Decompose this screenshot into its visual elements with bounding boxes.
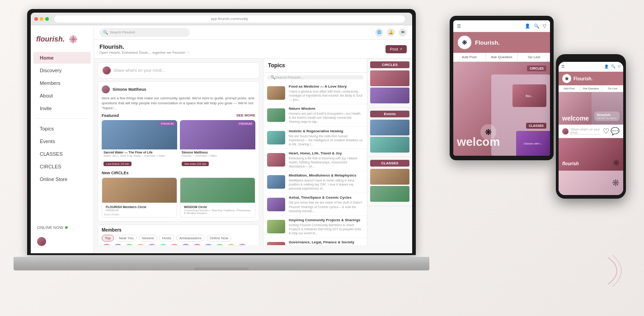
member-filter-hosts[interactable]: Hosts xyxy=(159,235,174,242)
share-box[interactable]: Share what's on your mind… xyxy=(98,62,259,79)
sidebar-item-circles[interactable]: CIRCLES xyxy=(33,161,91,172)
messages-icon[interactable]: ✉ xyxy=(399,28,407,37)
member-avatar[interactable] xyxy=(226,244,236,245)
feat-card-2-cta[interactable]: See video (20 Up) xyxy=(182,162,209,166)
sidebar-item-online-store[interactable]: Online Store xyxy=(33,173,91,185)
tablet-add-post-btn[interactable]: Add Post xyxy=(453,53,486,61)
topic-item-8[interactable]: Governance, Legal, Finance & Society As … xyxy=(263,238,367,245)
feat-card-1-cta[interactable]: Last Active: 20 min xyxy=(103,162,132,166)
phone-post-input[interactable]: Share what's on your mind... ♡ 💬 xyxy=(559,125,623,138)
member-filter-online[interactable]: Online Now xyxy=(207,235,231,242)
topic-item-4[interactable]: Heart, Home, Life, Travel & Joy Embracin… xyxy=(263,149,367,171)
post-button-label: Post xyxy=(390,47,398,51)
feat-card-2-badge: PREMIUM xyxy=(237,122,254,125)
phone-heart-icon[interactable]: ♡ xyxy=(603,127,609,135)
tablet-filter-icon[interactable]: ▽ xyxy=(543,23,546,28)
member-avatar[interactable] xyxy=(192,244,202,245)
phone-ask-question-btn[interactable]: Ask Question xyxy=(580,85,602,92)
phone-content-image-2[interactable]: ❋ xyxy=(559,171,623,195)
circle-card-1[interactable]: FLOURISH Members Circle PREMIUM Event Re… xyxy=(102,177,177,218)
browser-address-bar[interactable]: app.flourish.community xyxy=(54,15,405,23)
topic-1-info: Food as Medicine — A Love Story I have a… xyxy=(289,84,363,102)
sidebar-item-members[interactable]: Members xyxy=(33,77,91,89)
browser-minimize-dot[interactable] xyxy=(40,17,43,21)
phone-welcome-text: welcome xyxy=(559,115,592,125)
notifications-icon[interactable]: 🔔 xyxy=(387,28,395,37)
phone-user-icon[interactable]: 👤 xyxy=(604,65,609,69)
topic-item-5[interactable]: Meditation, Mindfulness & Metaphysics Me… xyxy=(263,171,367,193)
phone-hamburger-icon[interactable]: ☰ xyxy=(561,65,564,69)
tablet-circles-preview[interactable]: flou... xyxy=(512,84,546,107)
browser-close-dot[interactable] xyxy=(34,17,38,21)
sidebar-item-discovery[interactable]: Discovery xyxy=(33,65,91,76)
sidebar-item-about[interactable]: About xyxy=(33,90,91,102)
sidebar-item-events[interactable]: Events xyxy=(33,135,91,147)
post-button[interactable]: Post + xyxy=(385,45,407,53)
tablet-user-icon[interactable]: 👤 xyxy=(525,23,530,28)
events-panel-title: Events xyxy=(370,111,409,117)
member-filter-near[interactable]: Near You xyxy=(116,235,137,242)
right-panel-column: CIRCLES Events xyxy=(367,59,412,245)
events-panel: Events xyxy=(367,108,412,157)
member-avatar[interactable] xyxy=(181,244,191,245)
circles-panel-item-1[interactable] xyxy=(370,70,409,86)
search-box[interactable]: 🔍 Search Flourish xyxy=(99,28,190,37)
events-panel-item-2[interactable] xyxy=(370,137,409,153)
phone-comment-icon[interactable]: 💬 xyxy=(611,127,620,135)
sidebar-item-invite[interactable]: Invite xyxy=(33,102,91,114)
circle-card-2[interactable]: WISDOM Circle Connecting Flourish— Teach… xyxy=(180,177,255,218)
topic-item-1[interactable]: Food as Medicine — A Love Story I have a… xyxy=(263,82,367,104)
address-text: app.flourish.community xyxy=(211,17,248,21)
featured-card-1[interactable]: PREMIUM Sacred Water — The Flow of Life … xyxy=(102,120,177,168)
tablet-hamburger-icon[interactable]: ☰ xyxy=(457,23,461,28)
sidebar-item-classes[interactable]: CLASSES xyxy=(33,148,91,160)
member-avatar[interactable] xyxy=(158,244,168,245)
topic-2-thumb xyxy=(267,108,285,122)
member-filter-newest[interactable]: Newest xyxy=(139,235,157,242)
tablet-ask-question-btn[interactable]: Ask Question xyxy=(486,53,518,61)
member-avatar[interactable] xyxy=(147,244,157,245)
see-more-link[interactable]: SEE MORE xyxy=(236,113,255,117)
phone-add-post-btn[interactable]: Add Post xyxy=(559,85,580,92)
feed-post-1: Simone Mattheus Here are a few things th… xyxy=(98,81,259,222)
topic-3-thumb xyxy=(267,131,285,144)
globe-icon[interactable]: 🌐 xyxy=(375,28,383,37)
events-panel-item-1[interactable] xyxy=(370,120,409,135)
circle-card-2-title: WISDOM Circle xyxy=(182,204,253,209)
topic-item-6[interactable]: Astral, Time/Space & Cosmic Cycles Did y… xyxy=(263,193,367,215)
topic-item-7[interactable]: Inspiring Community Projects & Sharings … xyxy=(263,216,367,238)
member-filter-top[interactable]: Top xyxy=(102,235,114,242)
sidebar-item-topics[interactable]: Topics xyxy=(33,123,91,135)
topics-search[interactable]: 🔍 Search Flourish... xyxy=(267,75,363,79)
tablet-screen: ☰ 👤 🔍 ▽ ❋ Flourish. Add Post Ask Questio… xyxy=(453,20,550,156)
current-user-avatar[interactable] xyxy=(37,237,46,246)
member-avatar[interactable] xyxy=(136,244,146,245)
member-avatar[interactable] xyxy=(215,244,225,245)
member-avatar[interactable] xyxy=(113,244,123,245)
member-avatar[interactable] xyxy=(169,244,179,245)
member-avatar[interactable] xyxy=(203,244,213,245)
browser-maximize-dot[interactable] xyxy=(45,17,49,21)
phone-filter-icon[interactable]: ▽ xyxy=(618,65,620,69)
phone-go-live-btn[interactable]: Go Live xyxy=(602,85,623,92)
classes-panel-item-2[interactable] xyxy=(370,186,409,202)
circles-panel-item-2[interactable] xyxy=(370,88,409,103)
featured-card-2[interactable]: PREMIUM Simone Mattheus Flourish — Overv… xyxy=(180,120,255,168)
tablet-go-live-btn[interactable]: Go Live xyxy=(518,53,550,61)
member-filter-ambassadors[interactable]: Ambassadors xyxy=(176,235,205,242)
topic-item-3[interactable]: Holistic & Regenerative Healing We are S… xyxy=(263,127,367,149)
sidebar-item-home[interactable]: Home xyxy=(33,52,91,64)
tablet-flower-icon: ❋ xyxy=(480,124,496,140)
tablet-classes-preview[interactable]: Classes with t... xyxy=(516,131,550,156)
member-avatar[interactable] xyxy=(102,244,112,245)
phone-search-icon[interactable]: 🔍 xyxy=(611,65,616,69)
app-layout: flourish. xyxy=(31,25,412,253)
member-avatar[interactable] xyxy=(237,244,247,245)
classes-panel-item-1[interactable] xyxy=(370,169,409,185)
topic-5-desc: Meditation doesn't have to mean sitting … xyxy=(289,178,363,191)
topic-item-2[interactable]: Nature Wisdom Humans are part of Earth's… xyxy=(263,104,367,126)
topic-8-title: Governance, Legal, Finance & Society xyxy=(289,240,363,244)
tablet-search-icon[interactable]: 🔍 xyxy=(534,23,539,28)
phone-content-image-1[interactable]: ❋ flourish xyxy=(559,138,623,171)
member-avatar[interactable] xyxy=(124,244,134,245)
